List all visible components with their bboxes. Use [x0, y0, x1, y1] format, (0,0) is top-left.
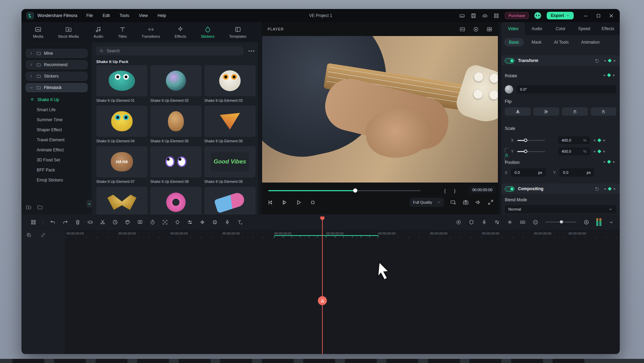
tab-stickers[interactable]: Stickers [201, 26, 214, 38]
adjust-sliders-icon[interactable] [187, 219, 193, 225]
sticker-card[interactable]: HA HAShake It Up Element 07 [96, 146, 147, 184]
trim-icon[interactable] [87, 219, 93, 225]
zoom-out-icon[interactable] [533, 219, 538, 225]
reset-icon[interactable] [594, 58, 600, 63]
compositing-keyframe-nav[interactable]: ◄► [603, 187, 616, 191]
new-folder-icon[interactable] [26, 204, 32, 210]
volume-icon[interactable] [475, 199, 481, 205]
save-icon[interactable] [471, 13, 476, 19]
transform-toggle[interactable] [505, 58, 515, 63]
close-button[interactable] [608, 13, 614, 19]
sidebar-item-smart-life[interactable]: Smart Life [21, 105, 92, 115]
tab-transitions[interactable]: Transitions [142, 26, 160, 38]
scale-x-input[interactable]: 400.0% [558, 136, 590, 144]
zoom-in-icon[interactable] [583, 219, 589, 225]
zoom-slider[interactable] [545, 222, 576, 222]
split-scissors-button[interactable] [318, 296, 327, 305]
props-tab-video[interactable]: Video [501, 22, 525, 35]
sidebar-group-filmstock[interactable]: Filmstock [26, 83, 88, 92]
more-options-icon[interactable]: ••• [248, 48, 255, 54]
props-tab-speed[interactable]: Speed [572, 22, 596, 35]
scale-y-input[interactable]: 400.0% [558, 148, 590, 155]
sidebar-collapse-button[interactable]: « [87, 200, 92, 207]
undo-icon[interactable] [50, 219, 56, 225]
sticker-card[interactable] [204, 187, 256, 214]
compositing-toggle[interactable] [505, 186, 515, 192]
sidebar-item-emoji-stickers[interactable]: Emoji Stickers [21, 175, 92, 185]
timer-icon[interactable] [150, 219, 155, 225]
seek-handle[interactable] [353, 188, 357, 193]
account-avatar[interactable] [534, 12, 541, 19]
workspace-grid-icon[interactable] [493, 13, 499, 19]
play-button[interactable] [295, 199, 302, 206]
sidebar-item-summer-time[interactable]: Summer Time [21, 115, 92, 125]
tab-stock-media[interactable]: Stock Media [58, 26, 79, 38]
flip-horizontal-button[interactable] [505, 107, 531, 116]
sidebar-item-shaper-effect[interactable]: Shaper Effect [21, 125, 92, 135]
rotate-ccw-button[interactable] [562, 107, 588, 116]
music-list-icon[interactable] [494, 219, 500, 225]
display-device-icon[interactable] [450, 199, 456, 205]
rotate-cw-button[interactable] [591, 107, 617, 116]
rotate-keyframe-nav[interactable]: ◄► [602, 73, 616, 77]
menu-tools[interactable]: Tools [119, 13, 129, 18]
sidebar-group-mine[interactable]: Mine [26, 49, 88, 58]
scale-x-keyframe-nav[interactable]: ◄► [593, 139, 606, 142]
props-subtab-mask[interactable]: Mask [527, 38, 546, 46]
sticker-card[interactable]: Good VibesShake It Up Element 09 [204, 146, 256, 184]
snapshot-icon[interactable] [463, 199, 469, 205]
open-folder-icon[interactable] [37, 204, 43, 210]
sidebar-item-3d-food-set[interactable]: 3D Food Set [21, 155, 92, 165]
scopes-icon[interactable] [459, 26, 465, 32]
next-frame-button[interactable] [281, 199, 288, 206]
effect-snow-icon[interactable] [507, 219, 513, 225]
props-tab-color[interactable]: Color [549, 22, 572, 35]
scale-y-slider[interactable] [517, 151, 545, 152]
sidebar-item-travel-element[interactable]: Travel Element [21, 135, 92, 145]
focus-frame-icon[interactable] [162, 219, 168, 225]
sidebar-group-stickers[interactable]: Stickers [26, 72, 88, 81]
playhead[interactable] [322, 221, 323, 354]
scale-y-keyframe-nav[interactable]: ◄► [593, 150, 606, 153]
sidebar-item-bff-pack[interactable]: BFF Pack [21, 165, 92, 175]
audio-meter-icon[interactable] [596, 218, 601, 226]
mark-out-button[interactable]: } [454, 188, 455, 193]
sidebar-item-animate-effect[interactable]: Animate Effect [21, 145, 92, 155]
keyboard-icon[interactable] [459, 13, 465, 19]
tab-effects[interactable]: Effects [175, 26, 186, 38]
palette-icon[interactable] [125, 219, 131, 225]
caret-down-icon[interactable] [608, 219, 614, 225]
props-subtab-ai-tools[interactable]: AI Tools [549, 38, 573, 46]
props-subtab-basic[interactable]: Basic [504, 38, 524, 46]
sticker-card[interactable] [150, 187, 202, 214]
chroma-screen-icon[interactable] [137, 219, 143, 225]
tab-audio[interactable]: Audio [93, 26, 103, 38]
tab-templates[interactable]: Templates [229, 26, 247, 38]
link-icon[interactable] [41, 232, 46, 238]
fullscreen-icon[interactable] [488, 199, 494, 205]
minimize-button[interactable] [583, 13, 589, 19]
rotate-knob[interactable] [505, 85, 513, 94]
text-tool-icon[interactable] [237, 219, 243, 225]
sticker-card[interactable]: Shake It Up Element 02 [150, 65, 202, 103]
flip-vertical-button[interactable] [534, 107, 560, 116]
microphone-icon[interactable] [481, 219, 487, 225]
purchase-button[interactable]: Purchase [505, 12, 529, 19]
position-keyframe-nav[interactable]: ◄► [602, 160, 616, 163]
rotate-3d-icon[interactable] [212, 219, 218, 225]
transform-keyframe-nav[interactable]: ◄► [603, 59, 616, 62]
rotate-input[interactable]: 0.0° [517, 85, 616, 94]
sidebar-group-recommend[interactable]: Recommend [26, 60, 88, 69]
redo-icon[interactable] [62, 219, 68, 225]
tab-titles[interactable]: Titles [118, 26, 127, 38]
duplicate-icon[interactable] [26, 232, 32, 238]
menu-file[interactable]: File [86, 13, 93, 18]
sticker-card[interactable]: Shake It Up Element 04 [96, 106, 147, 143]
seek-bar[interactable] [268, 190, 421, 191]
record-voice-icon[interactable] [224, 219, 230, 225]
search-input[interactable]: Search [96, 46, 243, 55]
timeline-ruler[interactable]: 00:00:00:0000:00:00:0000:00:00:0000:00:0… [66, 230, 620, 239]
blend-mode-select[interactable]: Normal [505, 205, 616, 213]
sticker-card[interactable] [96, 187, 147, 214]
menu-view[interactable]: View [139, 13, 148, 18]
